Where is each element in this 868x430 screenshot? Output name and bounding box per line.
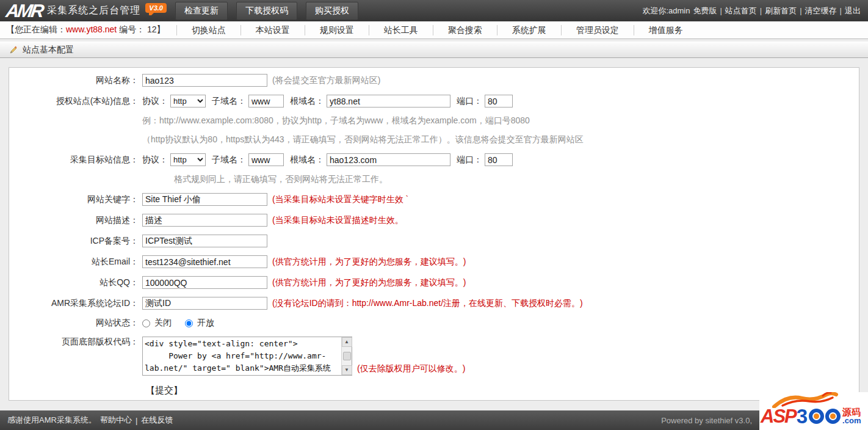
- auth-hint-row-1: 例：http://www.example.com:8080，协议为http，子域…: [9, 115, 859, 126]
- auth-port-input[interactable]: [485, 95, 513, 108]
- check-update-button[interactable]: 检查更新: [175, 2, 228, 20]
- powered-by-text: Powered by sitethief v3.0,: [661, 416, 752, 425]
- welcome-text: 欢迎你:admin: [642, 5, 690, 16]
- target-site-row: 采集目标站信息： 协议： http 子域名： 根域名： 端口：: [9, 153, 859, 166]
- target-site-label: 采集目标站信息：: [9, 155, 142, 166]
- domain-label: 根域名：: [290, 155, 324, 166]
- download-license-button[interactable]: 下载授权码: [236, 2, 297, 20]
- keywords-label: 网站关键字：: [9, 194, 142, 205]
- zero-circle-icon: [809, 409, 824, 424]
- copyright-row: 页面底部版权代码： <div style="text-align: center…: [9, 337, 859, 376]
- forum-id-label: AMR采集系统论坛ID：: [9, 298, 142, 309]
- amr-logo: AMR: [5, 2, 44, 20]
- keywords-row: 网站关键字： (当采集目标站未设置关键字时生效 `: [9, 193, 859, 206]
- qq-input[interactable]: [142, 276, 267, 289]
- auth-site-label: 授权站点(本站)信息：: [9, 96, 142, 107]
- section-title: 站点基本配置: [23, 45, 74, 56]
- separator: |: [136, 416, 137, 425]
- copyright-hint: (仅去除版权用户可以修改。): [357, 363, 465, 374]
- qq-label: 站长QQ：: [9, 277, 142, 288]
- site-home-link[interactable]: 站点首页: [725, 5, 757, 16]
- logout-link[interactable]: 退出: [845, 5, 861, 16]
- qq-hint: (供官方统计用，为了更好的为您服务，建议填写。): [272, 277, 466, 288]
- tab-site-settings[interactable]: 本站设置: [241, 25, 305, 35]
- tab-rule-settings[interactable]: 规则设置: [305, 25, 369, 35]
- editing-prefix: 【您正在编辑：: [6, 24, 66, 34]
- status-open-label: 开放: [197, 318, 214, 329]
- keywords-hint: (当采集目标站未设置关键字时生效 `: [272, 194, 408, 205]
- navbar: 【您正在编辑：www.yt88.net 编号： 12】 切换站点 本站设置 规则…: [0, 21, 868, 39]
- scroll-down-icon[interactable]: ▼: [342, 365, 352, 375]
- refresh-home-link[interactable]: 刷新首页: [765, 5, 797, 16]
- site-name-label: 网站名称：: [9, 75, 142, 86]
- com-text: .com: [842, 417, 861, 425]
- textarea-scrollbar[interactable]: ▲ ▼: [341, 337, 352, 375]
- header-user-area: 欢迎你:admin 免费版 | 站点首页 | 刷新首页 | 清空缓存 | 退出: [642, 5, 861, 16]
- auth-protocol-select[interactable]: http: [170, 95, 206, 108]
- subdomain-label: 子域名：: [212, 155, 246, 166]
- asp300-watermark: ASP 3 源码 .com: [759, 392, 868, 430]
- footer: 感谢使用AMR采集系统。 帮助中心 | 在线反馈 Powered by site…: [0, 410, 868, 430]
- copyright-label: 页面底部版权代码：: [9, 337, 142, 348]
- protocol-label: 协议：: [142, 155, 168, 166]
- target-port-input[interactable]: [485, 153, 513, 166]
- site-name-row: 网站名称： (将会提交至官方最新网站区): [9, 74, 859, 87]
- auth-subdomain-input[interactable]: [248, 95, 284, 108]
- auth-example-hint: 例：http://www.example.com:8080，协议为http，子域…: [142, 115, 530, 126]
- footer-thanks-text: 感谢使用AMR采集系统。: [7, 415, 96, 426]
- auth-port-hint: （http协议默认为80，https默认为443，请正确填写，否则网站将无法正常…: [142, 134, 584, 145]
- tab-aggregate-search[interactable]: 聚合搜索: [433, 25, 497, 35]
- section-bar: 站点基本配置: [0, 42, 868, 58]
- editing-site-url: www.yt88.net: [66, 24, 117, 34]
- site-status-label: 网站状态：: [9, 318, 142, 329]
- editing-number: 编号： 12】: [119, 24, 165, 34]
- copyright-code[interactable]: <div style="text-align: center"> Power b…: [143, 337, 341, 375]
- submit-button[interactable]: 【提交】: [146, 385, 183, 396]
- status-open-radio[interactable]: [185, 319, 193, 327]
- email-input[interactable]: [142, 255, 267, 268]
- scroll-up-icon[interactable]: ▲: [342, 337, 352, 347]
- site-name-input[interactable]: [142, 74, 267, 87]
- email-hint: (供官方统计用，为了更好的为您服务，建议填写。): [272, 257, 466, 268]
- separator: |: [760, 6, 762, 15]
- tab-admin-settings[interactable]: 管理员设定: [561, 25, 634, 35]
- icp-input[interactable]: [142, 235, 267, 247]
- tab-webmaster-tools[interactable]: 站长工具: [369, 25, 433, 35]
- editing-info: 【您正在编辑：www.yt88.net 编号： 12】: [0, 24, 176, 35]
- target-format-hint: 格式规则同上，请正确填写，否则网站将无法正常工作。: [174, 174, 388, 185]
- domain-label: 根域名：: [290, 96, 324, 107]
- keywords-input[interactable]: [142, 193, 267, 206]
- forum-id-row: AMR采集系统论坛ID： (没有论坛ID的请到：http://www.Amr-L…: [9, 297, 859, 310]
- header: AMR 采集系统之后台管理 V3.0 检查更新 下载授权码 购买授权 欢迎你:a…: [0, 0, 868, 21]
- tab-value-added[interactable]: 增值服务: [634, 25, 698, 35]
- icp-row: ICP备案号：: [9, 235, 859, 247]
- scroll-thumb[interactable]: [343, 352, 351, 360]
- tab-system-extension[interactable]: 系统扩展: [497, 25, 561, 35]
- forum-id-input[interactable]: [142, 297, 267, 310]
- asp-text: ASP: [761, 407, 796, 426]
- description-row: 网站描述： (当采集目标站未设置描述时生效。: [9, 214, 859, 227]
- status-closed-radio[interactable]: [142, 319, 150, 327]
- pencil-icon: [9, 45, 18, 55]
- protocol-label: 协议：: [142, 96, 168, 107]
- version-badge: V3.0: [145, 3, 167, 13]
- page: AMR 采集系统之后台管理 V3.0 检查更新 下载授权码 购买授权 欢迎你:a…: [0, 0, 868, 430]
- description-hint: (当采集目标站未设置描述时生效。: [272, 215, 403, 226]
- site-name-hint: (将会提交至官方最新网站区): [272, 75, 380, 86]
- tab-switch-site[interactable]: 切换站点: [176, 25, 241, 35]
- auth-domain-input[interactable]: [327, 95, 450, 108]
- help-center-link[interactable]: 帮助中心: [100, 415, 132, 426]
- feedback-link[interactable]: 在线反馈: [141, 415, 173, 426]
- target-subdomain-input[interactable]: [248, 153, 284, 166]
- description-input[interactable]: [142, 214, 267, 227]
- copyright-textarea[interactable]: <div style="text-align: center"> Power b…: [142, 337, 352, 376]
- buy-license-button[interactable]: 购买授权: [306, 2, 358, 20]
- yuanma-text: 源码: [842, 408, 861, 417]
- port-label: 端口：: [457, 96, 482, 107]
- site-config-form: 网站名称： (将会提交至官方最新网站区) 授权站点(本站)信息： 协议： htt…: [9, 67, 859, 401]
- email-label: 站长Email：: [9, 257, 142, 268]
- target-protocol-select[interactable]: http: [170, 153, 206, 166]
- target-domain-input[interactable]: [327, 153, 450, 166]
- clear-cache-link[interactable]: 清空缓存: [805, 5, 837, 16]
- icp-label: ICP备案号：: [9, 236, 142, 247]
